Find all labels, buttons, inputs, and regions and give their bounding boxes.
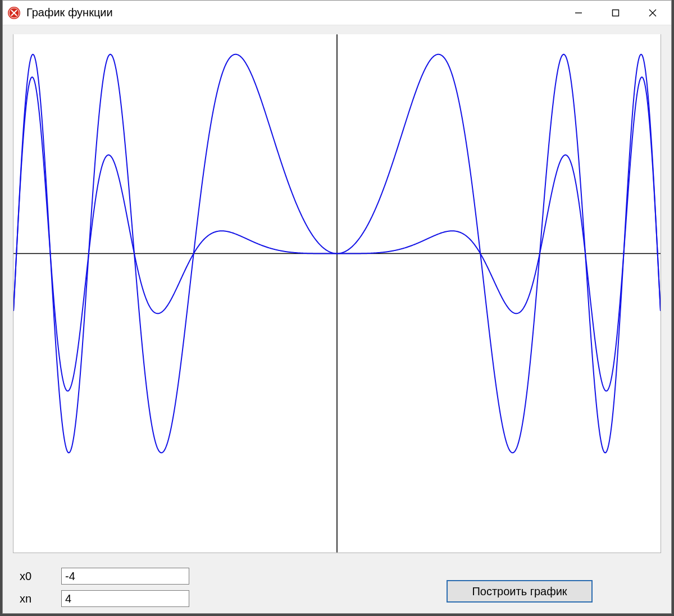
- build-plot-button[interactable]: Построить график: [447, 580, 593, 603]
- app-window: График функции x0 xn Постр: [2, 0, 672, 614]
- control-panel: x0 xn Построить график: [3, 553, 671, 607]
- app-icon: [7, 6, 21, 20]
- titlebar: График функции: [3, 1, 671, 25]
- close-button[interactable]: [634, 1, 671, 25]
- svg-rect-3: [613, 10, 619, 16]
- chart-svg: [13, 34, 661, 553]
- maximize-button[interactable]: [597, 1, 634, 25]
- window-controls: [560, 1, 671, 25]
- window-title: График функции: [26, 6, 113, 19]
- xn-label: xn: [20, 592, 61, 605]
- xn-input[interactable]: [61, 590, 189, 607]
- input-group: x0 xn: [20, 568, 189, 607]
- minimize-button[interactable]: [560, 1, 597, 25]
- x0-input[interactable]: [61, 568, 189, 585]
- chart-canvas: [13, 34, 661, 553]
- x0-label: x0: [20, 570, 61, 583]
